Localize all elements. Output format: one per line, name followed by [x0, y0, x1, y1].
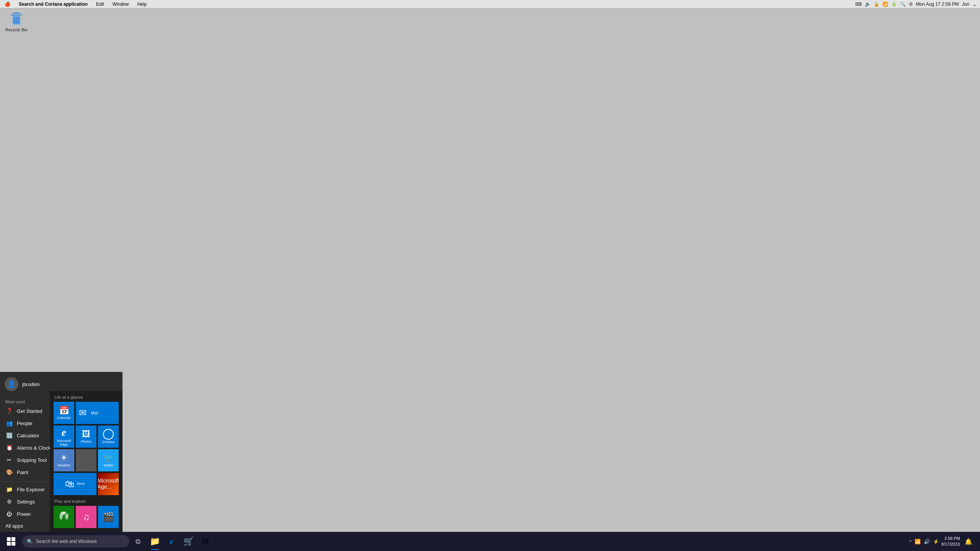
calendar-icon: 📅	[59, 406, 69, 416]
action-center-button[interactable]: 🔔	[962, 535, 975, 548]
menu-window[interactable]: Window	[111, 2, 131, 7]
xbox-icon	[58, 510, 70, 524]
app-name: Search and Cortana application	[17, 2, 89, 7]
get-started-icon: ❓	[5, 407, 13, 415]
alarms-label: Alarms & Clock	[17, 445, 51, 451]
all-apps-label: All apps	[5, 523, 23, 529]
avatar-icon: 👤	[7, 380, 16, 388]
mac-user: Jon	[962, 2, 969, 7]
file-explorer-icon: 📁	[150, 536, 160, 546]
tray-chevron[interactable]: ^	[908, 538, 912, 545]
svg-rect-12	[11, 542, 15, 546]
tile-calendar[interactable]: 📅 Calendar	[54, 402, 74, 424]
clock-date: 8/17/2015	[941, 541, 960, 547]
settings-label: Settings	[17, 499, 35, 505]
svg-rect-10	[11, 537, 15, 541]
desktop: Recycle Bin	[0, 8, 980, 532]
clock[interactable]: 2:58 PM 8/17/2015	[941, 536, 960, 548]
get-started-label: Get Started	[17, 408, 42, 414]
edge-label: Microsoft Edge	[55, 439, 73, 447]
task-view-button[interactable]: ⧉	[129, 533, 146, 550]
mail-label: Mail	[91, 411, 98, 415]
clock-time: 2:58 PM	[944, 536, 960, 541]
tile-store[interactable]: 🛍 Store	[54, 473, 96, 495]
datetime: Mon Aug 17 2:58 PM	[916, 2, 959, 7]
windows-logo-icon	[7, 537, 15, 546]
people-icon: 👥	[5, 419, 13, 427]
tile-empty	[76, 449, 96, 471]
store-icon: 🛍	[65, 479, 74, 489]
people-label: People	[17, 421, 32, 426]
tiles-panel: Life at a glance 📅 Calendar ✉ Mail e Mic…	[50, 391, 122, 532]
task-view-icon: ⧉	[136, 538, 140, 546]
power-label: Power	[17, 511, 31, 517]
svg-rect-1	[11, 15, 22, 16]
paint-icon: 🎨	[5, 468, 13, 476]
file-explorer-icon: 📁	[5, 486, 13, 493]
photos-label: Photos	[81, 440, 91, 444]
movies-icon: 🎬	[103, 512, 114, 522]
edge-icon: e	[62, 426, 66, 439]
groove-icon: ♫	[83, 512, 90, 522]
tile-xbox[interactable]	[54, 506, 74, 528]
power-icon: ⏻	[5, 510, 13, 518]
svg-rect-9	[7, 537, 11, 541]
taskbar-store[interactable]: 🛒	[180, 532, 197, 551]
search-icon: 🔍	[27, 539, 33, 544]
mail-icon: ✉	[202, 536, 209, 546]
calculator-icon: 🔢	[5, 432, 13, 439]
snipping-label: Snipping Tool	[17, 457, 47, 463]
store-icon: 🛒	[183, 536, 194, 546]
recycle-bin-label: Recycle Bin	[5, 28, 28, 32]
twitter-icon: 🐦	[103, 453, 114, 463]
windows-taskbar: 🔍 Search the web and Windows ⧉ 📁 e 🛒 ✉ ^…	[0, 532, 980, 551]
calculator-label: Calculator	[17, 433, 39, 439]
edge-icon: e	[170, 537, 173, 546]
action-center-icon: 🔔	[965, 538, 972, 545]
tile-weather[interactable]: ☀ Weather	[54, 449, 74, 471]
mail-icon: ✉	[79, 408, 87, 418]
taskbar-mail[interactable]: ✉	[197, 532, 214, 551]
system-tray: ^ 📶 🔊 ⚡ 2:58 PM 8/17/2015 🔔	[908, 535, 978, 548]
tray-volume[interactable]: 🔊	[923, 538, 931, 545]
alarms-icon: ⏰	[5, 444, 13, 452]
mac-menubar: 🍎 Search and Cortana application Edit Wi…	[0, 0, 980, 8]
menu-edit[interactable]: Edit	[95, 2, 106, 7]
pinned-apps: 📁 e 🛒 ✉	[146, 532, 214, 551]
cortana-icon	[103, 429, 114, 440]
search-placeholder: Search the web and Windows	[36, 539, 97, 544]
twitter-label: Twitter	[103, 464, 114, 468]
start-button[interactable]	[2, 532, 21, 551]
tile-msagent[interactable]: Microsoft Age...	[98, 473, 119, 495]
user-avatar: 👤	[5, 377, 18, 391]
snipping-icon: ✂	[5, 456, 13, 464]
settings-icon: ⚙	[5, 498, 13, 505]
life-at-glance-label: Life at a glance	[54, 395, 119, 399]
taskbar-search[interactable]: 🔍 Search the web and Windows	[22, 535, 129, 548]
apple-menu[interactable]: 🍎	[3, 2, 12, 7]
store-label: Store	[77, 482, 85, 486]
play-explore-label: Play and explore	[54, 499, 119, 504]
tray-battery[interactable]: ⚡	[932, 538, 940, 545]
username: jbrodkin	[22, 381, 40, 387]
weather-label: Weather	[57, 464, 70, 468]
tile-groove[interactable]: ♫	[76, 506, 96, 528]
tile-photos[interactable]: 🖼 Photos	[76, 425, 96, 448]
tile-movies[interactable]: 🎬	[98, 506, 119, 528]
mac-menubar-right: ⌨ 🔊 🔒 📶 🔋 🔍 ⚙ Mon Aug 17 2:58 PM Jon ⌄	[855, 1, 977, 7]
recycle-bin[interactable]: Recycle Bin	[3, 11, 30, 32]
tile-edge[interactable]: e Microsoft Edge	[54, 425, 74, 448]
weather-icon: ☀	[60, 453, 68, 463]
msagent-icon: Microsoft Age...	[98, 478, 119, 490]
tile-twitter[interactable]: 🐦 Twitter	[98, 449, 119, 471]
taskbar-file-explorer[interactable]: 📁	[146, 532, 163, 551]
menu-help[interactable]: Help	[136, 2, 148, 7]
tray-network[interactable]: 📶	[914, 538, 921, 545]
svg-rect-11	[7, 542, 11, 546]
taskbar-edge[interactable]: e	[163, 532, 180, 551]
tile-cortana[interactable]: Cortana	[98, 425, 119, 448]
mac-menubar-left: 🍎 Search and Cortana application Edit Wi…	[3, 2, 148, 7]
photos-icon: 🖼	[82, 429, 90, 439]
tile-mail[interactable]: ✉ Mail	[76, 402, 119, 424]
file-explorer-label: File Explorer	[17, 487, 45, 492]
